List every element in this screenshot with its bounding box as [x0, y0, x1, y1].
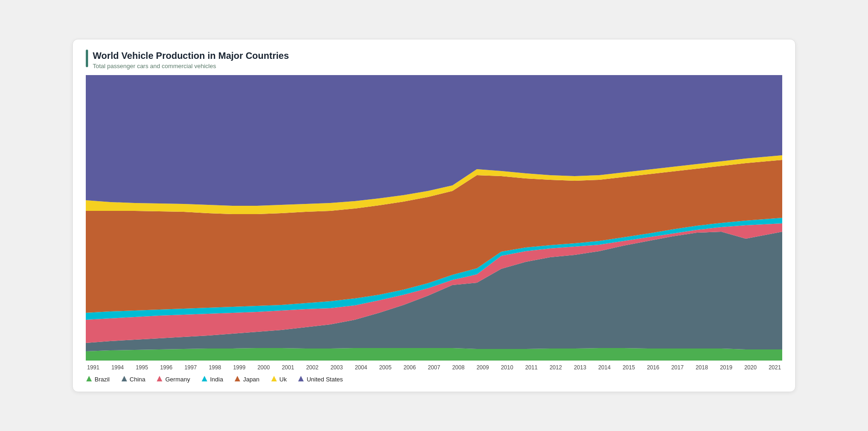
chart-svg: [86, 74, 782, 361]
x-axis-label: 2005: [378, 364, 393, 371]
chart-card: World Vehicle Production in Major Countr…: [72, 39, 796, 392]
legend-label: India: [210, 376, 223, 383]
x-axis-label: 2000: [256, 364, 271, 371]
legend-item: India: [201, 375, 223, 383]
x-axis-label: 2014: [597, 364, 612, 371]
legend-label: China: [130, 376, 146, 383]
x-axis-label: 1996: [159, 364, 174, 371]
legend-color-icon: [156, 375, 163, 383]
legend-item: Uk: [271, 375, 287, 383]
chart-subtitle: Total passenger cars and commercial vehi…: [93, 63, 289, 70]
x-axis-label: 2002: [305, 364, 320, 371]
chart-titles: World Vehicle Production in Major Countr…: [93, 50, 289, 70]
legend-color-icon: [234, 375, 241, 383]
x-axis-label: 2004: [354, 364, 369, 371]
x-axis: 1991199419951996199719981999200020012002…: [86, 364, 782, 371]
x-axis-label: 2021: [767, 364, 782, 371]
x-axis-label: 1997: [183, 364, 198, 371]
chart-legend: BrazilChinaGermanyIndiaJapanUkUnited Sta…: [86, 375, 782, 383]
legend-label: Uk: [280, 376, 287, 383]
x-axis-label: 1994: [110, 364, 125, 371]
x-axis-label: 2006: [402, 364, 417, 371]
x-axis-label: 1991: [86, 364, 101, 371]
legend-color-icon: [298, 375, 304, 383]
x-axis-label: 1995: [134, 364, 149, 371]
x-axis-label: 1999: [232, 364, 247, 371]
legend-label: Brazil: [95, 376, 110, 383]
legend-label: Germany: [165, 376, 190, 383]
chart-header: World Vehicle Production in Major Countr…: [86, 50, 782, 70]
x-axis-label: 1998: [208, 364, 223, 371]
chart-title: World Vehicle Production in Major Countr…: [93, 50, 289, 62]
legend-item: China: [121, 375, 146, 383]
svg-marker-0: [86, 376, 92, 381]
x-axis-label: 2011: [524, 364, 539, 371]
x-axis-label: 2008: [451, 364, 466, 371]
legend-item: Brazil: [86, 375, 110, 383]
x-axis-label: 2019: [719, 364, 734, 371]
x-axis-label: 2013: [573, 364, 587, 371]
svg-marker-6: [298, 376, 304, 381]
x-axis-label: 2017: [670, 364, 685, 371]
legend-color-icon: [121, 375, 128, 383]
x-axis-label: 2001: [281, 364, 295, 371]
svg-marker-5: [271, 376, 277, 381]
svg-marker-1: [121, 376, 127, 381]
legend-label: Japan: [243, 376, 259, 383]
area-brazil: [86, 348, 782, 361]
x-axis-label: 2009: [475, 364, 490, 371]
title-accent: [86, 50, 88, 67]
legend-label: United States: [306, 376, 343, 383]
svg-marker-3: [202, 376, 207, 381]
svg-marker-4: [235, 376, 240, 381]
legend-color-icon: [201, 375, 208, 383]
legend-color-icon: [86, 375, 92, 383]
legend-item: United States: [298, 375, 343, 383]
x-axis-label: 2003: [329, 364, 344, 371]
chart-area: [86, 74, 782, 361]
x-axis-label: 2010: [500, 364, 515, 371]
legend-color-icon: [271, 375, 277, 383]
x-axis-label: 2012: [549, 364, 563, 371]
legend-item: Germany: [156, 375, 190, 383]
x-axis-label: 2015: [621, 364, 636, 371]
legend-item: Japan: [234, 375, 259, 383]
svg-marker-2: [157, 376, 162, 381]
x-axis-label: 2020: [743, 364, 758, 371]
x-axis-label: 2018: [695, 364, 709, 371]
x-axis-label: 2007: [427, 364, 441, 371]
x-axis-label: 2016: [646, 364, 661, 371]
